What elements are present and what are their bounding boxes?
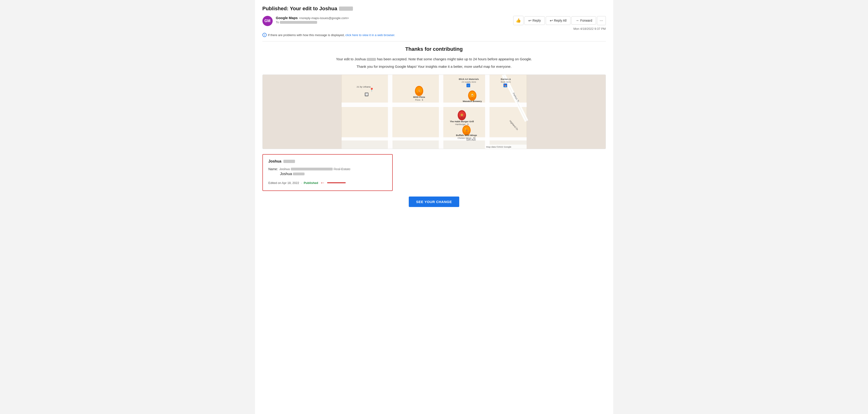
svg-text:Wasatch Brewery: Wasatch Brewery — [463, 100, 482, 102]
svg-rect-9 — [342, 102, 526, 107]
svg-text:🍗: 🍗 — [465, 128, 468, 131]
field-label-text: Name: — [269, 167, 278, 171]
header-right: 👍 ↩ Reply ↩ Reply All → Forward ··· Mon … — [513, 16, 606, 30]
email-container: Published: Your edit to Joshua GM Google… — [255, 0, 613, 414]
svg-text:🍔: 🍔 — [460, 113, 463, 116]
body-line1-prefix: Your edit to Joshua — [336, 57, 366, 61]
svg-text:Barnes &: Barnes & — [501, 78, 511, 80]
forward-label: Forward — [580, 19, 592, 22]
forward-button[interactable]: → Forward — [571, 16, 596, 25]
reply-label: Reply — [532, 19, 541, 22]
svg-rect-5 — [342, 107, 388, 137]
old-value: Joshua Real Estate — [279, 167, 350, 171]
email-subject: Published: Your edit to Joshua — [262, 6, 606, 12]
email-body: Thanks for contributing Your edit to Jos… — [262, 44, 606, 209]
sender-info: GM Google Maps <noreply-maps-issues@goog… — [262, 16, 349, 26]
svg-rect-10 — [342, 137, 526, 140]
body-line1: Your edit to Joshua has been accepted. N… — [262, 56, 606, 62]
svg-text:Blick Art Materials: Blick Art Materials — [459, 78, 479, 80]
svg-text:📚: 📚 — [504, 84, 507, 87]
svg-text:Chicken Wings · $$: Chicken Wings · $$ — [457, 137, 475, 139]
svg-text:📍: 📍 — [369, 88, 374, 92]
svg-text:21 by Urbana: 21 by Urbana — [356, 85, 371, 88]
business-name-prefix: Joshua — [269, 159, 281, 164]
published-badge: Published — [304, 181, 318, 185]
to-label: To — [276, 21, 279, 24]
new-prefix: Joshua — [280, 172, 292, 176]
svg-text:🅿: 🅿 — [365, 93, 368, 96]
more-button[interactable]: ··· — [597, 16, 606, 25]
arrow-line — [327, 182, 346, 183]
field-label: Name: Joshua Real Estate — [269, 167, 386, 171]
svg-rect-13 — [485, 75, 490, 149]
svg-text:The Habit Burger Grill: The Habit Burger Grill — [450, 120, 474, 123]
forward-icon: → — [575, 19, 579, 23]
reply-icon: ↩ — [528, 19, 531, 23]
sender-email-text: <noreply-maps-issues@google.com> — [299, 16, 349, 20]
like-button[interactable]: 👍 — [513, 16, 523, 25]
reply-all-button[interactable]: ↩ Reply All — [546, 16, 570, 25]
old-suffix: Real Estate — [334, 167, 350, 171]
see-your-change-button[interactable]: SEE YOUR CHANGE — [409, 197, 460, 207]
svg-text:Buffalo Wild Wings: Buffalo Wild Wings — [456, 134, 477, 137]
svg-text:Hamburger · $: Hamburger · $ — [455, 123, 468, 125]
body-line1-blurred — [367, 58, 376, 61]
new-value: Joshua — [280, 172, 386, 176]
subject-text: Published: Your edit to Joshua — [262, 6, 337, 12]
edit-date-text: Edited on Apr 18, 2022 — [269, 181, 299, 185]
sender-name: Google Maps <noreply-maps-issues@google.… — [276, 16, 349, 20]
thanks-heading: Thanks for contributing — [262, 46, 606, 52]
svg-text:Book store: Book store — [501, 81, 510, 83]
warning-text: If there are problems with how this mess… — [268, 33, 395, 37]
old-prefix: Joshua — [279, 167, 290, 171]
sender-name-text: Google Maps — [276, 16, 298, 20]
svg-text:🛒: 🛒 — [467, 84, 470, 87]
svg-text:🍕: 🍕 — [417, 89, 421, 92]
info-icon: i — [262, 33, 267, 37]
to-line: To — [276, 21, 349, 24]
sender-details: Google Maps <noreply-maps-issues@google.… — [276, 16, 349, 24]
timestamp: Mon 4/18/2022 9:37 PM — [574, 27, 606, 30]
map-container[interactable]: Elm Ave Highland Dr. Parleys Tr. 21 by U… — [262, 75, 606, 149]
business-name: Joshua — [269, 159, 386, 164]
business-card: Joshua Name: Joshua Real Estate Joshua — [262, 154, 393, 191]
view-in-browser-link[interactable]: click here to view it in a web browser. — [345, 33, 395, 37]
header-divider — [262, 41, 606, 41]
avatar: GM — [262, 16, 273, 26]
email-header: GM Google Maps <noreply-maps-issues@goog… — [262, 16, 606, 30]
reply-all-icon: ↩ — [550, 19, 553, 23]
business-name-blurred — [283, 160, 295, 163]
reply-all-label: Reply All — [554, 19, 566, 22]
arrow-right-icon: ← — [320, 180, 325, 186]
warning-bar: i If there are problems with how this me… — [262, 33, 606, 37]
svg-text:Art supply store: Art supply store — [462, 81, 476, 83]
svg-text:🍺: 🍺 — [471, 94, 474, 97]
svg-text:Pizza · $: Pizza · $ — [415, 99, 423, 101]
to-address-blurred — [280, 21, 317, 24]
reply-button[interactable]: ↩ Reply — [524, 16, 545, 25]
body-line2: Thank you for improving Google Maps! You… — [262, 64, 606, 69]
svg-text:Map data ©2022 Google: Map data ©2022 Google — [486, 146, 512, 148]
edit-date: Edited on Apr 18, 2022 · Published ← — [269, 180, 386, 186]
old-blurred — [291, 168, 333, 171]
svg-rect-11 — [388, 75, 393, 149]
svg-rect-6 — [393, 107, 439, 137]
new-blurred — [293, 173, 305, 175]
svg-rect-12 — [438, 75, 443, 149]
svg-text:MOD Pizza: MOD Pizza — [413, 96, 425, 98]
name-field: Name: Joshua Real Estate Joshua — [269, 167, 386, 176]
body-line1-suffix: has been accepted. Note that some change… — [377, 57, 532, 61]
subject-blurred — [339, 6, 353, 11]
action-buttons: 👍 ↩ Reply ↩ Reply All → Forward ··· — [513, 16, 606, 25]
svg-rect-1 — [342, 75, 388, 102]
